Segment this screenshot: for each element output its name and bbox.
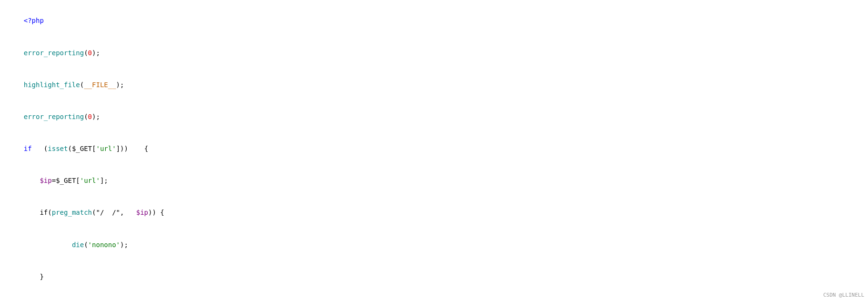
code-line-2: error_reporting(0); xyxy=(8,37,860,69)
code-line-8: die('nonono'); xyxy=(8,229,860,260)
php-open-tag: <?php xyxy=(24,17,44,24)
code-area: <?php error_reporting(0); highlight_file… xyxy=(0,0,868,300)
code-line-7: if(preg_match("/ /", $ip)) { xyxy=(8,197,860,229)
code-line-10: $a = shell_exec($ip); xyxy=(8,293,860,300)
watermark: CSDN @LLINELL xyxy=(823,292,864,298)
code-line-3: highlight_file(__FILE__); xyxy=(8,69,860,100)
code-line-4: error_reporting(0); xyxy=(8,101,860,133)
code-line-1: <?php xyxy=(8,5,860,37)
code-line-5: if (isset($_GET['url'])) { xyxy=(8,133,860,165)
code-line-6: $ip=$_GET['url']; xyxy=(8,165,860,197)
code-line-9: } xyxy=(8,260,860,292)
